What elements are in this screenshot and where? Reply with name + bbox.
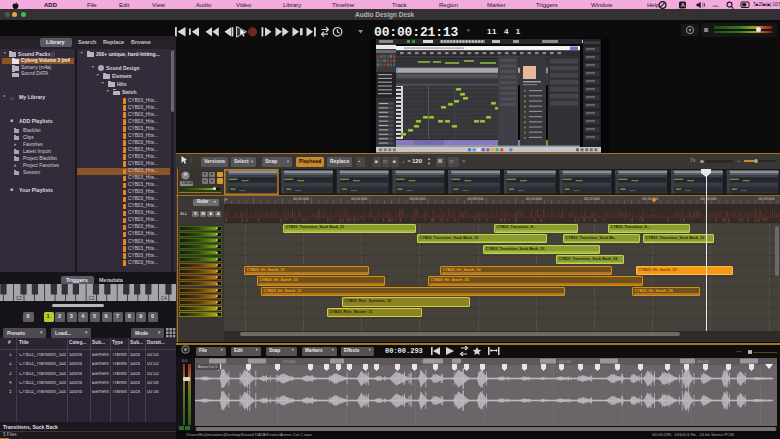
svg-text:C3: C3 [89,296,95,301]
svg-text:A: A [681,2,686,8]
svg-text:01:500: 01:500 [283,359,296,364]
svg-text:04:500: 04:500 [559,359,572,364]
svg-text:C4: C4 [161,296,167,301]
svg-text:03:000: 03:000 [421,359,434,364]
svg-text:C2: C2 [16,296,22,301]
svg-text:06:000: 06:000 [697,359,710,364]
